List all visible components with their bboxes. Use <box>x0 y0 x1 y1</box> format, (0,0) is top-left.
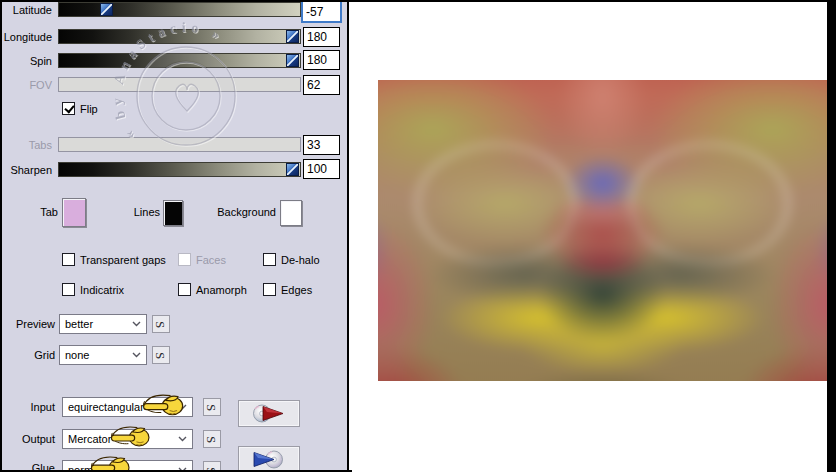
indicatrix-label: Indicatrix <box>80 284 124 297</box>
tabs-value-input[interactable] <box>303 135 340 155</box>
transparent-gaps-label: Transparent gaps <box>80 254 166 267</box>
sharpen-value-input[interactable] <box>303 159 340 179</box>
background-color-label: Background <box>210 206 276 219</box>
longitude-label: Longitude <box>0 31 52 44</box>
transparent-gaps-checkbox[interactable] <box>62 253 75 266</box>
lines-color-label: Lines <box>115 206 160 219</box>
faces-checkbox <box>178 253 191 266</box>
spin-slider-thumb[interactable] <box>286 54 299 67</box>
longitude-slider-thumb[interactable] <box>286 30 299 43</box>
indicatrix-checkbox[interactable] <box>62 283 75 296</box>
latitude-label: Latitude <box>0 4 52 17</box>
check-icon <box>64 103 74 114</box>
spin-value-input[interactable] <box>303 50 340 70</box>
input-label: Input <box>0 401 55 414</box>
spin-slider[interactable] <box>58 53 301 68</box>
tabs-slider <box>58 137 301 152</box>
flip-checkbox[interactable] <box>62 102 75 115</box>
disk-red-arrow-icon <box>247 403 291 424</box>
spin-label: Spin <box>0 55 52 68</box>
background-color-swatch[interactable] <box>280 200 302 226</box>
sharpen-label: Sharpen <box>0 164 52 177</box>
window-border-top <box>0 0 836 2</box>
edges-label: Edges <box>281 284 312 297</box>
chevron-down-icon <box>178 436 187 442</box>
latitude-value-input[interactable] <box>301 0 342 23</box>
lines-color-swatch[interactable] <box>163 200 183 226</box>
flip-label: Flip <box>80 103 98 116</box>
longitude-slider[interactable] <box>58 29 301 44</box>
chevron-down-icon <box>132 352 141 358</box>
tab-color-swatch[interactable] <box>62 198 86 227</box>
output-label: Output <box>0 433 55 446</box>
grid-select[interactable]: none <box>59 345 147 365</box>
pointing-hand-icon <box>108 424 156 453</box>
latitude-slider-thumb[interactable] <box>100 3 113 16</box>
fov-slider <box>58 77 301 92</box>
de-halo-checkbox[interactable] <box>263 253 276 266</box>
longitude-value-input[interactable] <box>303 27 340 47</box>
fov-value-input[interactable] <box>303 75 340 95</box>
sharpen-slider-thumb[interactable] <box>286 163 299 176</box>
disk-blue-arrow-icon <box>247 449 291 470</box>
latitude-slider[interactable] <box>58 2 301 17</box>
panel-divider <box>347 0 349 472</box>
output-random-button[interactable]: S <box>203 430 221 448</box>
anamorph-label: Anamorph <box>196 284 247 297</box>
tab-color-label: Tab <box>20 206 58 219</box>
edges-checkbox[interactable] <box>263 283 276 296</box>
faces-label: Faces <box>196 254 226 267</box>
load-settings-button[interactable] <box>238 446 300 472</box>
preview-select-value: better <box>65 318 132 330</box>
window-border-left <box>0 0 2 472</box>
grid-random-button[interactable]: S <box>152 346 170 364</box>
de-halo-label: De-halo <box>281 254 320 267</box>
pointing-hand-icon <box>140 392 190 422</box>
preview-image <box>378 80 827 381</box>
preview-image-paint <box>378 80 827 381</box>
grid-label: Grid <box>0 349 55 362</box>
preview-select[interactable]: better <box>59 314 147 334</box>
chevron-down-icon <box>132 321 141 327</box>
grid-select-value: none <box>65 349 132 361</box>
fov-label: FOV <box>0 79 52 92</box>
save-settings-button[interactable] <box>238 400 300 427</box>
anamorph-checkbox[interactable] <box>178 283 191 296</box>
input-random-button[interactable]: S <box>203 398 221 416</box>
preview-random-button[interactable]: S <box>152 315 170 333</box>
preview-label: Preview <box>0 318 55 331</box>
sharpen-slider[interactable] <box>58 162 301 177</box>
window-border-right <box>827 0 836 472</box>
tabs-label: Tabs <box>0 139 52 152</box>
